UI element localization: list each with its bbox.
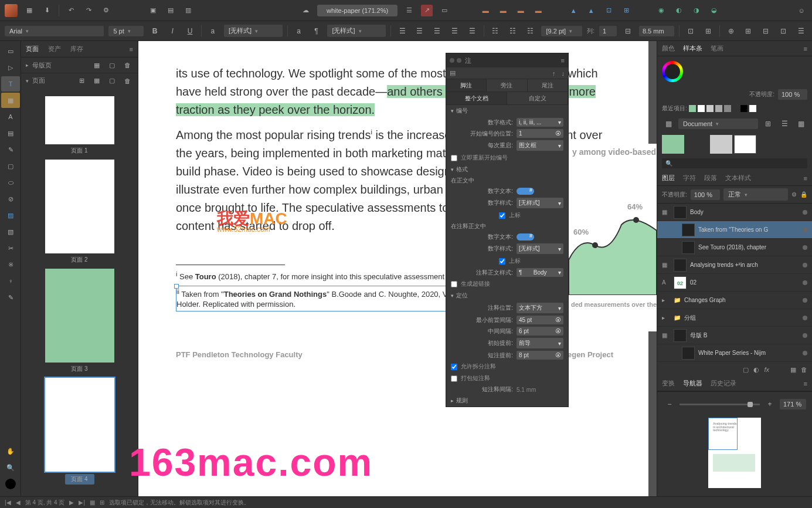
- gear-icon[interactable]: ⚙: [100, 5, 112, 16]
- page-thumb-4[interactable]: [45, 378, 114, 472]
- nav-prev-icon[interactable]: ◀: [16, 499, 21, 506]
- tab-endnote[interactable]: 尾注: [528, 79, 568, 92]
- preflight-icon[interactable]: ☁: [300, 5, 311, 16]
- doc-icon[interactable]: ▤: [165, 5, 176, 16]
- redo-icon[interactable]: ↷: [83, 5, 94, 16]
- rectangle-tool-icon[interactable]: ▢: [1, 158, 20, 174]
- zoom-tool-icon[interactable]: 🔍: [1, 460, 20, 475]
- num-format-input[interactable]: i, ii, iii, ...▾: [517, 118, 563, 127]
- tab-assets[interactable]: 资产: [48, 45, 61, 53]
- layer-row[interactable]: ▦Body: [657, 204, 812, 221]
- add-layer-icon[interactable]: ▦: [790, 366, 796, 374]
- zoom-value[interactable]: 171 %: [780, 399, 806, 409]
- tab-pages[interactable]: 页面: [26, 45, 39, 53]
- lock-icon[interactable]: 🔒: [800, 191, 807, 198]
- group3-icon[interactable]: ◑: [691, 5, 702, 16]
- superscript-check2[interactable]: [499, 258, 505, 265]
- notes-panel[interactable]: 注 ≡ ▤ ↑ ↓ 脚注 旁注 尾注 整个文档 自定义 ▾编号 数字格式:i, …: [446, 53, 569, 407]
- page-thumb-2[interactable]: [45, 160, 114, 253]
- pin4-icon[interactable]: ⊡: [777, 25, 790, 38]
- delete-master-icon[interactable]: 🗑: [121, 59, 133, 71]
- pin2-icon[interactable]: ⊞: [742, 25, 755, 38]
- align2-icon[interactable]: ⊞: [620, 5, 632, 16]
- pen-tool-icon[interactable]: ✎: [1, 142, 20, 157]
- tab-custom[interactable]: 自定义: [507, 92, 568, 104]
- gear-icon[interactable]: ⚙: [791, 191, 797, 198]
- add-page-icon[interactable]: ▦: [91, 75, 103, 87]
- tab-textstyle[interactable]: 文本样式: [725, 174, 751, 182]
- color-picker-tool-icon[interactable]: ✎: [1, 290, 20, 305]
- picture-frame-tool-icon[interactable]: ▨: [1, 208, 20, 223]
- tab-brush[interactable]: 笔画: [711, 44, 723, 53]
- num-text-toggle2[interactable]: [517, 233, 534, 241]
- tab-swatch[interactable]: 样本条: [683, 44, 702, 53]
- swatch-recent[interactable]: [706, 105, 714, 112]
- page-thumb-3[interactable]: [45, 269, 114, 363]
- char-style-dropdown[interactable]: [无样式]: [224, 25, 283, 37]
- arrow-down-icon[interactable]: ↓: [562, 70, 565, 77]
- bullet-list-button[interactable]: ☷: [489, 25, 502, 38]
- layer-row[interactable]: White Paper Series - Nijm: [657, 344, 812, 362]
- group4-icon[interactable]: ◒: [708, 5, 720, 16]
- arrange1-icon[interactable]: ▬: [480, 5, 491, 16]
- layer-row[interactable]: A0202: [657, 274, 812, 292]
- flip-v-icon[interactable]: ▲: [585, 5, 597, 16]
- arrow-up-icon[interactable]: ↑: [552, 70, 556, 77]
- fill-tool-icon[interactable]: ※: [1, 257, 20, 272]
- column-count[interactable]: 1: [599, 26, 617, 36]
- fx-icon[interactable]: fx: [764, 366, 769, 374]
- swatch-list-icon[interactable]: ☰: [778, 117, 791, 130]
- align-justify-button[interactable]: ☰: [449, 25, 461, 38]
- artistic-text-tool-icon[interactable]: A: [1, 109, 20, 124]
- font-family-dropdown[interactable]: Arial: [5, 26, 104, 36]
- swatch-recent[interactable]: [724, 105, 731, 112]
- opacity-input[interactable]: 100 %: [778, 89, 807, 100]
- tab-sidenote[interactable]: 旁注: [487, 79, 527, 92]
- start-pos-input[interactable]: 1⦿: [517, 129, 563, 138]
- swatch[interactable]: [662, 135, 684, 154]
- swatch-recent[interactable]: [698, 105, 705, 112]
- gen-link-check[interactable]: [451, 281, 457, 287]
- group1-icon[interactable]: ◉: [655, 5, 667, 16]
- superscript-check[interactable]: [499, 212, 505, 219]
- panel-menu-icon[interactable]: ≡: [804, 45, 807, 52]
- flip-h-icon[interactable]: ▲: [568, 5, 579, 16]
- layer-opacity-input[interactable]: 100 %: [691, 189, 720, 200]
- view-tool-icon[interactable]: ✋: [1, 443, 20, 459]
- num-style-input[interactable]: [无样式]▾: [517, 198, 563, 208]
- layout-icon[interactable]: ▥: [182, 5, 194, 16]
- swatch[interactable]: [710, 135, 732, 154]
- text-tool-icon[interactable]: T: [1, 76, 20, 92]
- swatch-recent[interactable]: [689, 105, 696, 112]
- baseline-icon[interactable]: ↗: [421, 5, 433, 16]
- zoom-slider[interactable]: [680, 404, 760, 405]
- arrange2-icon[interactable]: ▬: [497, 5, 509, 16]
- move-tool-icon[interactable]: ▭: [1, 43, 20, 59]
- place-image-tool-icon[interactable]: ▧: [1, 224, 20, 239]
- swatch-recent[interactable]: [749, 105, 756, 112]
- navigator-preview[interactable]: Analysing trends in architectural techno…: [708, 418, 761, 488]
- layer-row[interactable]: ▸📁Changes Graph: [657, 292, 812, 309]
- nav-last-icon[interactable]: ▶|: [79, 499, 85, 506]
- swatch-recent[interactable]: [715, 105, 722, 112]
- allow-split-check[interactable]: [451, 364, 457, 370]
- frame-text-tool-icon[interactable]: ▦: [1, 93, 20, 108]
- rotate-icon[interactable]: ⊡: [603, 5, 614, 16]
- swatch[interactable]: [734, 135, 756, 154]
- nav-next-icon[interactable]: ▶: [69, 499, 74, 506]
- pin3-icon[interactable]: ⊟: [759, 25, 772, 38]
- rounded-rect-tool-icon[interactable]: ⊘: [1, 191, 20, 206]
- copy-master-icon[interactable]: ▢: [106, 59, 118, 71]
- pin1-icon[interactable]: ⊕: [725, 25, 738, 38]
- pages-header[interactable]: 页面: [32, 76, 45, 85]
- para-style-icon[interactable]: a: [293, 25, 305, 38]
- dock-icon[interactable]: ▤: [450, 69, 456, 77]
- list-options-button[interactable]: ☷: [524, 25, 537, 38]
- font-size-dropdown[interactable]: 5 pt: [108, 26, 144, 36]
- layer-row[interactable]: ▦Analysing trends +²in arch: [657, 256, 812, 274]
- swatch[interactable]: [686, 135, 708, 154]
- bold-button[interactable]: B: [148, 25, 161, 38]
- pilcrow-icon[interactable]: ¶: [310, 25, 323, 38]
- pin5-icon[interactable]: ☰: [794, 25, 807, 38]
- file-icon[interactable]: ▦: [23, 5, 35, 16]
